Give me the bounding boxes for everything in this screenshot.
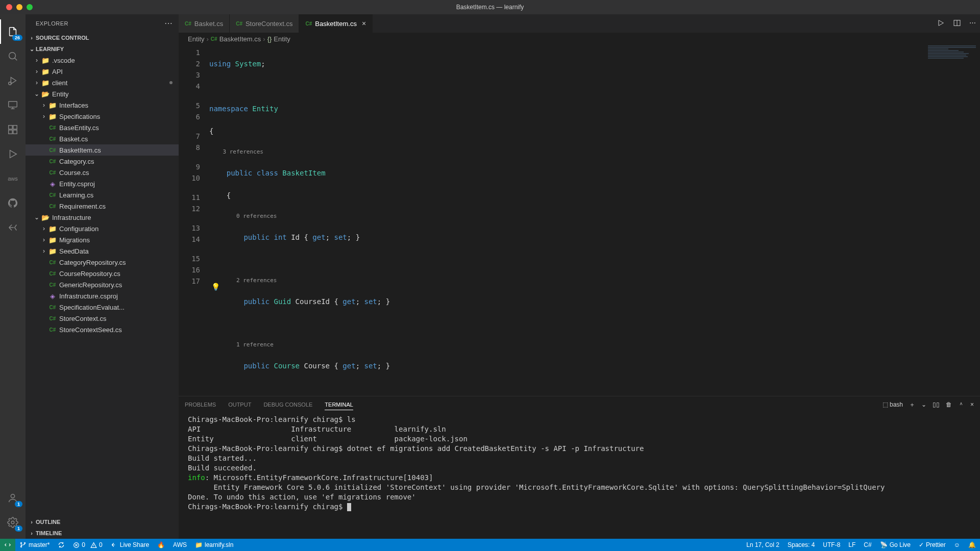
status-solution[interactable]: 📁 learnify.sln [191, 539, 237, 551]
close-tab-icon[interactable]: × [362, 19, 366, 28]
new-terminal-icon[interactable]: ＋ [909, 400, 915, 409]
explorer-icon[interactable]: 26 [0, 19, 26, 44]
breadcrumb-item: Entity [188, 35, 205, 43]
tree-item-categoryrepo[interactable]: C#CategoryRepository.cs [26, 257, 179, 268]
tree-item-vscode[interactable]: ›📁.vscode [26, 55, 179, 66]
tree-item-storecontextseed[interactable]: C#StoreContextSeed.cs [26, 324, 179, 335]
breadcrumb[interactable]: Entity › C# BasketItem.cs › {} Entity [179, 33, 980, 45]
tree-item-basketitem[interactable]: C#BasketItem.cs [26, 144, 179, 156]
remote-indicator[interactable] [0, 539, 15, 551]
tab-storecontext[interactable]: C#StoreContext.cs [230, 14, 299, 33]
svg-rect-5 [9, 130, 12, 134]
tree-item-api[interactable]: ›📁API [26, 66, 179, 77]
section-outline[interactable]: › OUTLINE [26, 516, 179, 528]
status-aws[interactable]: AWS [169, 539, 191, 551]
account-icon[interactable]: 1 [0, 486, 26, 510]
minimap[interactable] [924, 45, 980, 76]
tree-item-infracsproj[interactable]: ◈Infrastructure.csproj [26, 290, 179, 302]
search-icon[interactable] [0, 44, 26, 68]
tree-item-learning[interactable]: C#Learning.cs [26, 189, 179, 201]
kill-terminal-icon[interactable]: 🗑 [946, 401, 952, 408]
sidebar-more-icon[interactable]: ⋯ [164, 18, 173, 28]
section-timeline[interactable]: › TIMELINE [26, 528, 179, 539]
line-gutter: 1 2 3 4 5 6 7 8 9 10 11 12 13 14 15 16 1… [179, 45, 209, 396]
status-lang[interactable]: C# [860, 541, 875, 548]
svg-rect-2 [9, 102, 17, 107]
panel-tab-terminal[interactable]: TERMINAL [325, 399, 353, 410]
tree-item-genericrepo[interactable]: C#GenericRepository.cs [26, 279, 179, 290]
shell-selector[interactable]: ⬚ bash [883, 401, 903, 408]
status-liveshare[interactable]: Live Share [107, 539, 153, 551]
run-icon[interactable] [937, 19, 945, 29]
settings-icon[interactable]: 1 [0, 510, 26, 535]
extensions-icon[interactable] [0, 117, 26, 142]
section-project[interactable]: ⌄ LEARNIFY [26, 43, 179, 55]
titlebar: BasketItem.cs — learnify [0, 0, 980, 14]
chevron-down-icon: ⌄ [28, 46, 36, 53]
tree-label: Infrastructure.csproj [59, 292, 118, 300]
liveshare-icon[interactable] [0, 215, 26, 240]
status-golive[interactable]: 📡 Go Live [876, 541, 915, 548]
split-editor-icon[interactable] [953, 19, 961, 29]
svg-point-9 [11, 521, 14, 524]
tree-item-configuration[interactable]: ›📁Configuration [26, 223, 179, 234]
chevron-right-icon: › [28, 35, 36, 41]
status-spaces[interactable]: Spaces: 4 [783, 541, 819, 548]
section-source-control[interactable]: › SOURCE CONTROL [26, 32, 179, 43]
debug-icon[interactable] [0, 68, 26, 93]
tree-label: .vscode [52, 57, 75, 64]
svg-point-14 [24, 542, 25, 543]
status-position[interactable]: Ln 17, Col 2 [742, 541, 783, 548]
status-sync[interactable] [54, 539, 69, 551]
panel-tab-output[interactable]: OUTPUT [228, 399, 251, 410]
close-window-button[interactable] [6, 4, 12, 10]
tree-item-speceval[interactable]: C#SpecificationEvaluat... [26, 302, 179, 313]
status-flame[interactable]: 🔥 [153, 539, 169, 551]
tree-item-interfaces[interactable]: ›📁Interfaces [26, 99, 179, 111]
status-prettier[interactable]: ✓ Prettier [915, 541, 950, 548]
tree-item-basket[interactable]: C#Basket.cs [26, 133, 179, 144]
maximize-window-button[interactable] [27, 4, 33, 10]
tree-item-migrations[interactable]: ›📁Migrations [26, 234, 179, 245]
tree-item-requirement[interactable]: C#Requirement.cs [26, 201, 179, 212]
run-icon[interactable] [0, 142, 26, 166]
aws-icon[interactable]: aws [0, 166, 26, 191]
remote-explorer-icon[interactable] [0, 93, 26, 117]
tab-label: Basket.cs [194, 20, 223, 28]
split-terminal-icon[interactable]: ▯▯ [933, 401, 940, 408]
tree-item-entity[interactable]: ⌄📂Entity [26, 88, 179, 99]
panel-tab-problems[interactable]: PROBLEMS [185, 399, 216, 410]
terminal-dropdown-icon[interactable]: ⌄ [921, 401, 926, 408]
github-icon[interactable] [0, 191, 26, 215]
tree-item-specifications[interactable]: ›📁Specifications [26, 111, 179, 122]
status-encoding[interactable]: UTF-8 [819, 541, 844, 548]
tab-basketitem[interactable]: C#BasketItem.cs× [299, 14, 373, 33]
status-eol[interactable]: LF [844, 541, 860, 548]
more-icon[interactable]: ⋯ [969, 19, 976, 29]
tree-item-infrastructure[interactable]: ⌄📂Infrastructure [26, 212, 179, 223]
activity-bar: 26 aws [0, 14, 26, 539]
sidebar: EXPLORER ⋯ › SOURCE CONTROL ⌄ LEARNIFY ›… [26, 14, 179, 539]
close-panel-icon[interactable]: × [970, 401, 974, 408]
tree-item-course[interactable]: C#Course.cs [26, 167, 179, 178]
status-errors[interactable]: 0 0 [69, 539, 106, 551]
editor-body[interactable]: 1 2 3 4 5 6 7 8 9 10 11 12 13 14 15 16 1… [179, 45, 980, 396]
minimize-window-button[interactable] [16, 4, 22, 10]
status-bell-icon[interactable]: 🔔 [964, 541, 980, 548]
status-feedback-icon[interactable]: ☺ [950, 541, 964, 548]
tree-item-client[interactable]: ›📁client [26, 77, 179, 88]
tree-item-storecontext[interactable]: C#StoreContext.cs [26, 313, 179, 324]
tab-basket[interactable]: C#Basket.cs [179, 14, 230, 33]
tree-item-courserepo[interactable]: C#CourseRepository.cs [26, 268, 179, 279]
terminal[interactable]: Chirags-MacBook-Pro:learnify chirag$ ls … [179, 413, 980, 539]
code-content[interactable]: using System; namespace Entity { 3 refer… [209, 45, 980, 396]
panel-tab-debug[interactable]: DEBUG CONSOLE [263, 399, 312, 410]
tree-label: Basket.cs [59, 135, 88, 143]
tree-item-baseentity[interactable]: C#BaseEntity.cs [26, 122, 179, 133]
status-branch[interactable]: master* [15, 539, 54, 551]
maximize-panel-icon[interactable]: ＾ [958, 400, 964, 409]
tree-item-entitycsproj[interactable]: ◈Entity.csproj [26, 178, 179, 189]
tree-label: Requirement.cs [59, 203, 106, 210]
tree-item-category[interactable]: C#Category.cs [26, 156, 179, 167]
tree-item-seeddata[interactable]: ›📁SeedData [26, 245, 179, 257]
